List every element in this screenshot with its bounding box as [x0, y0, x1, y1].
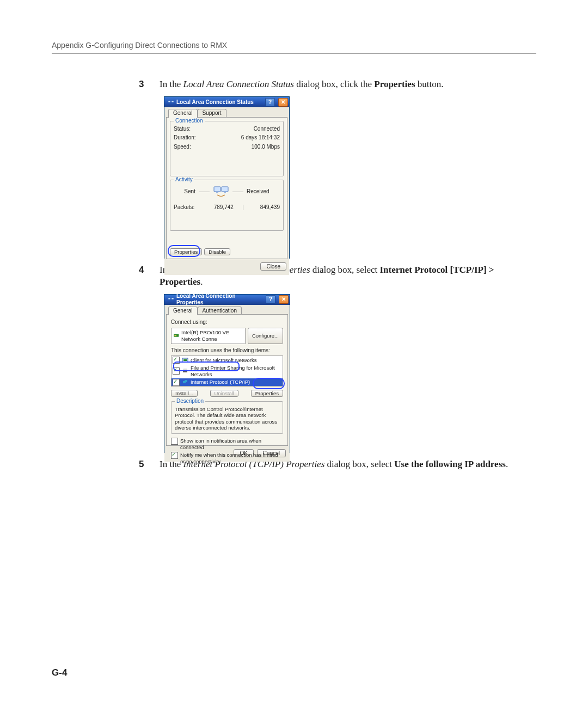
- svg-rect-0: [168, 101, 170, 102]
- items-list[interactable]: Client for Microsoft Networks File and P…: [171, 356, 283, 387]
- protocol-icon: [182, 379, 188, 385]
- label-duration: Duration:: [174, 134, 196, 142]
- close-icon[interactable]: ✕: [278, 98, 288, 107]
- install-button[interactable]: Install...: [171, 390, 198, 397]
- dialog-connection-status: Local Area Connection Status ? ✕ General…: [164, 96, 290, 259]
- help-icon[interactable]: ?: [265, 98, 275, 107]
- check-label: Notify me when this connection has limit…: [180, 452, 283, 465]
- check-label: Show icon in notification area when conn…: [180, 438, 283, 451]
- item-label: Internet Protocol (TCP/IP): [191, 379, 250, 385]
- dialog-body: General Support Connection Status:Connec…: [164, 107, 289, 275]
- check-show-icon[interactable]: Show icon in notification area when conn…: [171, 437, 283, 451]
- dialog-title: Local Area Connection Status: [176, 99, 262, 106]
- tab-strip: General Authentication: [166, 306, 288, 315]
- checkbox-icon[interactable]: [173, 357, 180, 364]
- tab-pane: Connect using: Intel(R) PRO/100 VE Netwo…: [166, 314, 288, 446]
- label-packets: Packets:: [174, 204, 206, 211]
- list-item[interactable]: File and Printer Sharing for Microsoft N…: [171, 364, 283, 378]
- check-notify[interactable]: Notify me when this connection has limit…: [171, 451, 283, 465]
- title-bar: Local Area Connection Status ? ✕: [164, 97, 289, 107]
- page-number: G-4: [52, 667, 67, 678]
- value-packets-received: 849,439: [246, 204, 280, 211]
- step-text: In the Local Area Connection Status dial…: [160, 78, 536, 90]
- footer: Close: [166, 259, 287, 273]
- description-text: Transmission Control Protocol/Internet P…: [175, 405, 279, 433]
- help-icon[interactable]: ?: [266, 295, 275, 304]
- printer-icon: [182, 368, 188, 375]
- item-label: File and Printer Sharing for Microsoft N…: [191, 365, 281, 378]
- tab-pane: Connection Status:Connected Duration:6 d…: [166, 117, 287, 259]
- page: Appendix G-Configuring Direct Connection…: [52, 41, 536, 678]
- svg-rect-13: [183, 369, 187, 370]
- dialog-body: General Authentication Connect using: In…: [164, 305, 290, 462]
- group-legend: Description: [175, 398, 205, 405]
- group-connection: Connection Status:Connected Duration:6 d…: [170, 121, 284, 176]
- label-uses-items: This connection uses the following items…: [171, 344, 283, 356]
- page-header: Appendix G-Configuring Direct Connection…: [52, 41, 536, 54]
- properties-button[interactable]: Properties: [170, 248, 202, 255]
- svg-rect-5: [224, 192, 226, 193]
- tab-general[interactable]: General: [168, 109, 198, 118]
- svg-rect-1: [171, 101, 174, 102]
- monitor-icon: [213, 186, 229, 198]
- uninstall-button: Uninstall: [210, 390, 238, 397]
- tab-strip: General Support: [166, 108, 287, 118]
- adapter-field: Intel(R) PRO/100 VE Network Conne: [171, 328, 246, 344]
- svg-rect-7: [171, 298, 174, 299]
- value-speed: 100.0 Mbps: [191, 144, 280, 151]
- svg-rect-4: [216, 192, 218, 193]
- checkbox-icon[interactable]: [171, 452, 178, 459]
- group-description: Description Transmission Control Protoco…: [171, 401, 283, 434]
- close-icon[interactable]: ✕: [279, 295, 289, 304]
- group-activity: Activity Sent —— —— Received: [170, 180, 284, 231]
- adapter-icon: [174, 333, 179, 339]
- button-row: Properties Disable: [170, 246, 230, 255]
- svg-rect-3: [222, 187, 228, 192]
- checkbox-icon[interactable]: [173, 367, 180, 375]
- list-item[interactable]: Client for Microsoft Networks: [171, 356, 283, 364]
- network-icon: [168, 99, 174, 106]
- value-status: Connected: [191, 126, 280, 133]
- svg-rect-6: [168, 298, 170, 299]
- item-label: Client for Microsoft Networks: [191, 357, 256, 364]
- step-3: 3 In the Local Area Connection Status di…: [139, 78, 536, 90]
- properties-button[interactable]: Properties: [251, 390, 283, 397]
- step-number: 3: [139, 78, 160, 90]
- svg-rect-9: [174, 335, 176, 336]
- list-item-selected[interactable]: Internet Protocol (TCP/IP): [171, 378, 283, 387]
- step-number: 4: [139, 264, 160, 275]
- checkbox-icon[interactable]: [173, 379, 180, 386]
- network-icon: [168, 296, 174, 303]
- svg-rect-2: [214, 187, 220, 192]
- label-status: Status:: [174, 126, 191, 133]
- adapter-name: Intel(R) PRO/100 VE Network Conne: [181, 329, 243, 342]
- figure-connection-properties: Local Area Connection Properties ? ✕ Gen…: [164, 294, 536, 453]
- group-legend: Connection: [174, 118, 205, 125]
- label-connect-using: Connect using:: [171, 319, 283, 328]
- configure-button[interactable]: Configure...: [248, 328, 283, 344]
- close-button[interactable]: Close: [260, 262, 286, 271]
- title-bar: Local Area Connection Properties ? ✕: [164, 295, 290, 305]
- dialog-title: Local Area Connection Properties: [176, 293, 262, 307]
- label-received: Received: [247, 188, 270, 195]
- svg-rect-11: [183, 359, 187, 361]
- label-speed: Speed:: [174, 144, 191, 151]
- content: 3 In the Local Area Connection Status di…: [139, 78, 536, 470]
- tab-general[interactable]: General: [168, 307, 198, 316]
- value-duration: 6 days 18:14:32: [196, 134, 280, 142]
- value-packets-sent: 789,742: [206, 204, 241, 211]
- checkbox-icon[interactable]: [171, 438, 178, 445]
- disable-button[interactable]: Disable: [204, 248, 230, 255]
- figure-connection-status: Local Area Connection Status ? ✕ General…: [164, 96, 536, 259]
- client-icon: [182, 357, 188, 364]
- step-number: 5: [139, 458, 160, 470]
- label-sent: Sent: [184, 188, 195, 195]
- dialog-connection-properties: Local Area Connection Properties ? ✕ Gen…: [164, 294, 290, 453]
- group-legend: Activity: [174, 176, 194, 183]
